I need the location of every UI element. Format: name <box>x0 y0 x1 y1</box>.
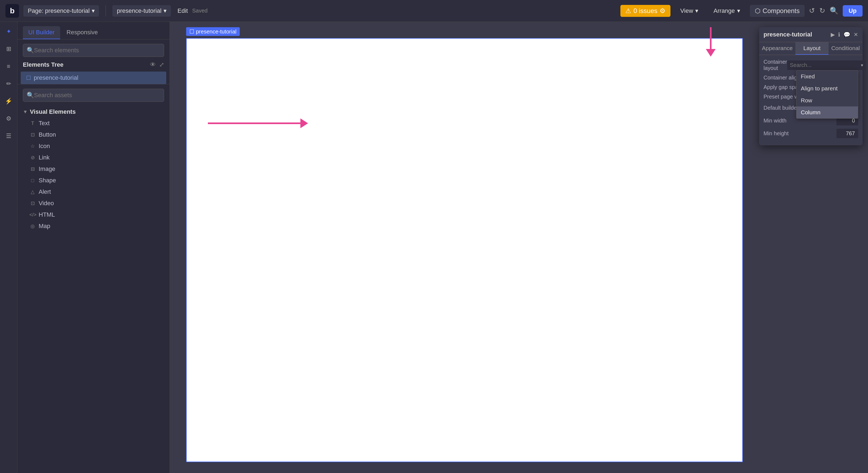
arrange-label: Arrange <box>713 7 735 14</box>
topbar-divider <box>105 5 106 16</box>
canvas-frame-label: ☐ presence-tutorial <box>186 27 240 36</box>
eye-icon[interactable]: 👁 <box>150 61 156 68</box>
canvas-white-area[interactable] <box>186 38 743 462</box>
tree-item-presence-tutorial[interactable]: ☐ presence-tutorial <box>21 71 166 84</box>
tab-ui-builder[interactable]: UI Builder <box>23 26 60 39</box>
tab-conditional[interactable]: Conditional <box>829 42 863 55</box>
view-menu[interactable]: View ▾ <box>675 5 704 17</box>
right-panel-title: presence-tutorial <box>764 31 812 38</box>
search-elements-icon: 🔍 <box>27 47 34 54</box>
tree-item-label: presence-tutorial <box>34 74 79 81</box>
visual-elements-category[interactable]: ▼ Visual Elements <box>23 106 164 118</box>
components-button[interactable]: ⬡ Components <box>750 5 805 17</box>
left-panel: UI Builder Responsive 🔍 Elements Tree 👁 … <box>18 22 170 473</box>
right-panel-tabs: Appearance Layout Conditional <box>759 42 863 55</box>
asset-item-text-label: Text <box>39 120 50 127</box>
min-height-value[interactable]: 767 <box>836 129 858 138</box>
asset-item-button-label: Button <box>39 131 56 138</box>
asset-item-button[interactable]: ⊡ Button <box>27 129 164 141</box>
container-layout-input[interactable] <box>790 62 859 68</box>
panel-tabs: UI Builder Responsive <box>18 22 169 39</box>
container-layout-dropdown: Fixed Align to parent Row Column <box>796 70 858 119</box>
icon-icon: ☆ <box>29 143 36 149</box>
dropdown-align-to-parent[interactable]: Align to parent <box>797 83 858 94</box>
asset-item-alert[interactable]: △ Alert <box>27 186 164 198</box>
saved-label: Saved <box>192 8 208 14</box>
asset-item-text[interactable]: T Text <box>27 118 164 129</box>
expand-icon[interactable]: ⤢ <box>159 61 164 68</box>
asset-item-icon-label: Icon <box>39 143 50 150</box>
page-selector-label: Page: presence-tutorial <box>28 7 90 14</box>
asset-item-html[interactable]: </> HTML <box>27 209 164 220</box>
asset-item-link-label: Link <box>39 154 50 161</box>
right-properties-panel: presence-tutorial ▶ ℹ 💬 ✕ Appearance Lay… <box>759 27 863 145</box>
asset-item-video[interactable]: ⊡ Video <box>27 198 164 209</box>
up-label: Up <box>849 7 857 14</box>
asset-item-shape-label: Shape <box>39 177 56 184</box>
alert-icon: △ <box>29 189 36 195</box>
asset-item-html-label: HTML <box>39 211 55 218</box>
tab-responsive[interactable]: Responsive <box>61 26 103 39</box>
comment-icon[interactable]: 💬 <box>843 31 850 38</box>
sidebar-item-logs[interactable]: ☰ <box>3 130 14 142</box>
edit-label: Edit <box>178 7 188 14</box>
asset-item-map[interactable]: ◎ Map <box>27 220 164 232</box>
sidebar-item-builder[interactable]: ✦ <box>3 26 14 37</box>
asset-item-link[interactable]: ⊘ Link <box>27 152 164 163</box>
sidebar-item-pages[interactable]: ⊞ <box>3 43 14 54</box>
dropdown-fixed[interactable]: Fixed <box>797 70 858 83</box>
sidebar-item-settings[interactable]: ⚙ <box>3 113 14 124</box>
up-button[interactable]: Up <box>843 5 863 17</box>
tab-layout[interactable]: Layout <box>795 42 829 55</box>
topbar: b Page: presence-tutorial ▾ presence-tut… <box>0 0 868 22</box>
search-elements-input[interactable] <box>23 44 164 57</box>
asset-item-icon[interactable]: ☆ Icon <box>27 141 164 152</box>
min-height-row: Min height 767 <box>764 129 858 138</box>
container-layout-chevron: ▾ <box>861 63 863 68</box>
video-icon: ⊡ <box>29 200 36 206</box>
redo-icon[interactable]: ↻ <box>819 6 825 15</box>
components-label: Components <box>763 7 800 15</box>
dropdown-row[interactable]: Row <box>797 94 858 107</box>
search-assets-input[interactable] <box>23 89 164 102</box>
undo-icon[interactable]: ↺ <box>809 6 815 15</box>
arrow-right-head <box>301 118 308 128</box>
asset-item-image-label: Image <box>39 166 55 173</box>
issues-icon: ⚠ <box>625 7 631 15</box>
sidebar-item-plugins[interactable]: ⚡ <box>3 96 14 107</box>
tab-appearance[interactable]: Appearance <box>759 42 795 55</box>
button-icon: ⊡ <box>29 132 36 138</box>
asset-item-image[interactable]: ⊟ Image <box>27 163 164 175</box>
arrow-down-head <box>706 49 716 57</box>
page-selector[interactable]: Page: presence-tutorial ▾ <box>23 5 99 17</box>
container-layout-search[interactable]: ▾ <box>787 60 866 70</box>
issues-count: 0 issues <box>633 7 657 15</box>
min-height-label: Min height <box>764 130 836 137</box>
asset-item-video-label: Video <box>39 200 54 207</box>
asset-item-shape[interactable]: □ Shape <box>27 175 164 186</box>
asset-item-map-label: Map <box>39 223 50 230</box>
arrange-menu[interactable]: Arrange ▾ <box>708 5 745 17</box>
right-panel-body: Container layout ▾ Fixed Align to parent… <box>759 55 863 145</box>
branch-selector[interactable]: presence-tutorial ▾ <box>113 5 171 17</box>
image-icon: ⊟ <box>29 166 36 172</box>
arrow-down-annotation <box>706 27 716 57</box>
visual-elements-label: Visual Elements <box>30 108 75 115</box>
canvas-frame-name: presence-tutorial <box>196 29 237 35</box>
elements-tree-actions: 👁 ⤢ <box>150 61 164 68</box>
elements-tree-title: Elements Tree <box>23 61 63 68</box>
issues-button[interactable]: ⚠ 0 issues ⚙ <box>620 5 671 17</box>
sidebar-item-data[interactable]: ≡ <box>3 61 14 72</box>
canvas-frame-icon: ☐ <box>189 28 194 35</box>
view-chevron: ▾ <box>695 7 698 14</box>
search-icon[interactable]: 🔍 <box>830 6 838 15</box>
tree-item-icon: ☐ <box>26 75 31 81</box>
play-icon[interactable]: ▶ <box>831 31 835 38</box>
sidebar-item-styles[interactable]: ✏ <box>3 78 14 89</box>
app-logo: b <box>5 4 19 18</box>
dropdown-column[interactable]: Column <box>797 107 858 118</box>
info-icon[interactable]: ℹ <box>838 31 840 38</box>
right-panel-header-icons: ▶ ℹ 💬 ✕ <box>831 31 858 38</box>
close-icon[interactable]: ✕ <box>854 31 858 38</box>
container-layout-row: Container layout ▾ Fixed Align to parent… <box>764 59 858 71</box>
